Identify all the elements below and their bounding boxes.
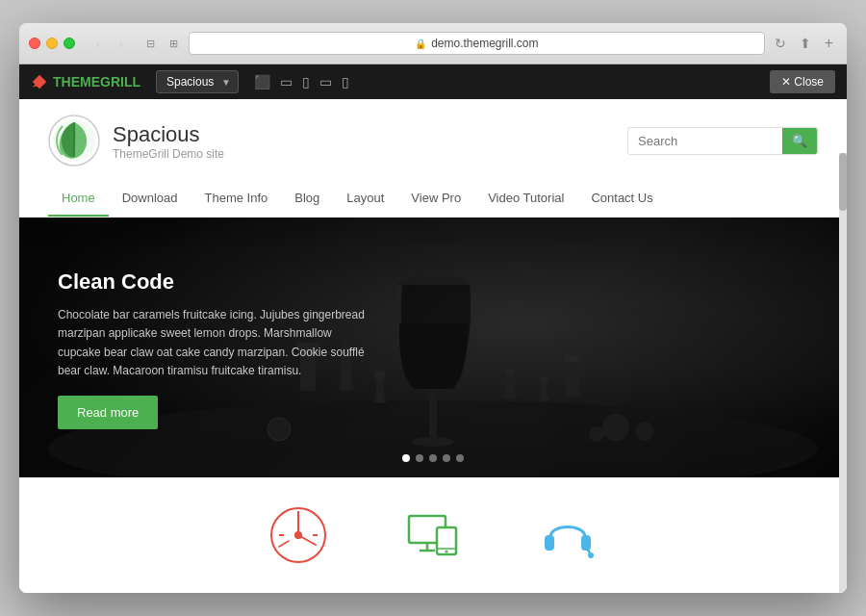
svg-point-21 (505, 368, 515, 377)
nav-blog[interactable]: Blog (281, 181, 333, 217)
nav-home[interactable]: Home (48, 181, 109, 217)
address-bar[interactable]: 🔒 demo.themegrill.com (189, 32, 765, 55)
minimize-button[interactable]: ⊟ (140, 34, 160, 53)
svg-point-48 (588, 552, 594, 558)
features-section (19, 477, 847, 593)
tablet-portrait-icon[interactable]: ▯ (300, 72, 312, 91)
hero-content: Clean Code Chocolate bar caramels fruitc… (58, 270, 366, 429)
hero-description: Chocolate bar caramels fruitcake icing. … (58, 306, 366, 380)
close-button[interactable]: ✕ Close (770, 70, 835, 93)
browser-chrome: ‹ › ⊟ ⊞ 🔒 demo.themegrill.com ↻ ⬆ + (19, 23, 847, 64)
view-mode-icons: ⬛ ▭ ▯ ▭ ▯ (252, 72, 351, 91)
slider-dot-3[interactable] (429, 454, 437, 462)
nav-layout[interactable]: Layout (333, 181, 397, 217)
hero-slider: Clean Code Chocolate bar caramels fruitc… (19, 218, 847, 477)
feature-speed (269, 506, 327, 564)
site-header-top: Spacious ThemeGrill Demo site 🔍 (48, 115, 818, 167)
svg-point-33 (589, 426, 604, 442)
back-button[interactable]: ‹ (89, 34, 108, 53)
svg-rect-23 (541, 383, 547, 398)
feature-responsive (404, 506, 462, 564)
desktop-view-icon[interactable]: ⬛ (252, 72, 272, 91)
nav-download[interactable]: Download (109, 181, 191, 217)
scrollbar-thumb[interactable] (839, 153, 847, 211)
hero-cta-button[interactable]: Read more (58, 396, 158, 429)
svg-point-8 (412, 437, 454, 447)
traffic-light-yellow[interactable] (46, 38, 58, 49)
reload-button[interactable]: ↻ (771, 36, 790, 51)
scrollbar[interactable] (839, 153, 847, 593)
responsive-icon (404, 506, 462, 564)
svg-point-18 (374, 370, 386, 381)
svg-marker-1 (33, 75, 46, 89)
slider-dots (402, 454, 464, 462)
share-button[interactable]: ⬆ (796, 32, 815, 55)
themegrill-logo: THEMEGRILL (31, 73, 140, 90)
site-logo-image (48, 115, 101, 167)
search-form[interactable]: 🔍 (627, 127, 818, 155)
search-input[interactable] (628, 128, 782, 154)
svg-rect-25 (566, 360, 579, 394)
svg-point-45 (446, 551, 448, 553)
svg-rect-27 (562, 351, 583, 356)
svg-point-28 (564, 391, 581, 397)
nav-theme-info[interactable]: Theme Info (191, 181, 282, 217)
theme-select-input[interactable]: Spacious (156, 70, 239, 93)
svg-point-36 (294, 531, 302, 539)
forward-button[interactable]: › (112, 34, 131, 53)
traffic-light-green[interactable] (64, 38, 75, 49)
mobile-portrait-icon[interactable]: ▯ (340, 72, 351, 91)
logo-icon (31, 73, 48, 90)
browser-window: ‹ › ⊟ ⊞ 🔒 demo.themegrill.com ↻ ⬆ + (19, 23, 847, 593)
site-title: Spacious (113, 122, 224, 147)
headset-icon (539, 506, 597, 564)
site-branding: Spacious ThemeGrill Demo site (48, 115, 224, 167)
browser-nav-arrows: ‹ › (89, 34, 131, 53)
window-controls: ⊟ ⊞ (140, 34, 183, 53)
svg-rect-17 (376, 379, 384, 400)
lock-icon: 🔒 (415, 38, 426, 49)
traffic-light-red[interactable] (29, 38, 40, 49)
search-button[interactable]: 🔍 (782, 128, 817, 154)
speed-icon (269, 506, 327, 564)
svg-rect-20 (506, 376, 514, 396)
feature-support (539, 506, 597, 564)
tablet-landscape-icon[interactable]: ▭ (278, 72, 294, 91)
svg-rect-7 (429, 389, 437, 442)
admin-bar: THEMEGRILL Spacious ▼ ⬛ ▭ ▯ ▭ ▯ ✕ Close (19, 64, 847, 99)
nav-video-tutorial[interactable]: Video Tutorial (474, 181, 577, 217)
site-content: Spacious ThemeGrill Demo site 🔍 Home Dow… (19, 99, 847, 593)
svg-rect-46 (545, 535, 554, 551)
maximize-button[interactable]: ⊞ (164, 34, 183, 53)
new-tab-button[interactable]: + (821, 31, 837, 56)
slider-dot-2[interactable] (416, 454, 423, 462)
theme-selector[interactable]: Spacious ▼ (156, 70, 239, 93)
site-title-group: Spacious ThemeGrill Demo site (113, 122, 224, 161)
nav-view-pro[interactable]: View Pro (397, 181, 474, 217)
svg-point-31 (602, 414, 629, 441)
site-tagline: ThemeGrill Demo site (113, 147, 224, 161)
slider-dot-4[interactable] (443, 454, 450, 462)
svg-rect-26 (564, 355, 581, 362)
nav-contact-us[interactable]: Contact Us (577, 181, 666, 217)
svg-point-24 (539, 375, 548, 385)
slider-dot-5[interactable] (456, 454, 464, 462)
slider-dot-1[interactable] (402, 454, 410, 462)
address-text: demo.themegrill.com (431, 37, 538, 50)
logo-text: THEMEGRILL (53, 74, 140, 90)
site-navigation: Home Download Theme Info Blog Layout Vie… (48, 181, 818, 217)
svg-point-32 (635, 422, 654, 441)
site-header: Spacious ThemeGrill Demo site 🔍 Home Dow… (19, 99, 847, 218)
browser-titlebar: ‹ › ⊟ ⊞ 🔒 demo.themegrill.com ↻ ⬆ + (29, 31, 837, 56)
hero-title: Clean Code (58, 270, 366, 295)
mobile-landscape-icon[interactable]: ▭ (318, 72, 334, 91)
